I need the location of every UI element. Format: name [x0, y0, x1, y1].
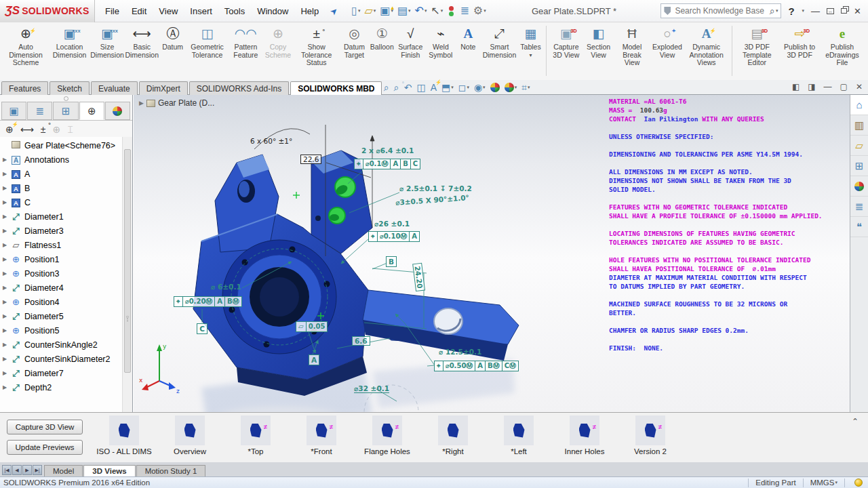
- breadcrumb[interactable]: ▶ Gear Plate (D...: [139, 98, 214, 108]
- basic-dimension-tool-button[interactable]: ⟷: [20, 123, 34, 136]
- tree-item-b[interactable]: ▶AB: [0, 181, 122, 195]
- view-thumbnail-iso-all-dims[interactable]: ISO - ALL DIMS: [90, 415, 158, 455]
- new-document-button[interactable]: ▯▾: [350, 4, 361, 18]
- options-gear-button[interactable]: ⚙▾: [472, 4, 488, 18]
- save-button[interactable]: ▣▲▾: [378, 4, 395, 18]
- tab-motion-study-1[interactable]: Motion Study 1: [136, 465, 206, 476]
- 3d-pdf-template-editor-button[interactable]: ▤3D3D PDF Template Editor: [734, 24, 780, 67]
- graphics-viewport[interactable]: x y z ▶ Gear Plate (D... MATERIAL =AL 60…: [134, 95, 850, 412]
- view-orientation-button[interactable]: ⬒▾: [441, 82, 454, 93]
- expander-icon[interactable]: ▶: [3, 285, 10, 291]
- tree-item-position4[interactable]: ▶⊕Position4: [0, 295, 122, 309]
- tree-item-position5[interactable]: ▶⊕Position5: [0, 323, 122, 338]
- dim-24-20[interactable]: 24.20: [412, 263, 425, 292]
- search-icon[interactable]: ⌕: [770, 5, 775, 17]
- tree-root[interactable]: Gear Plate<Scheme76>: [0, 138, 122, 152]
- tree-item-annotations[interactable]: ▶AAnnotations: [0, 152, 122, 167]
- expander-icon[interactable]: ▶: [3, 356, 10, 362]
- resize-button[interactable]: ↔: [827, 8, 834, 14]
- dim-22-6[interactable]: 22.6: [300, 155, 321, 164]
- expander-icon[interactable]: ▶: [3, 185, 10, 191]
- location-dimension-button[interactable]: ▣xxxLocation Dimension: [49, 24, 90, 59]
- surface-finish-button[interactable]: √Surface Finish: [395, 24, 426, 59]
- expander-icon[interactable]: ▶: [3, 327, 10, 333]
- dim-hole-6[interactable]: ⌀ 6±0.1: [211, 283, 241, 291]
- fcf-flatness[interactable]: ▱0.05: [296, 321, 328, 332]
- fcf-hole-pattern[interactable]: ⌖⌀0.1ⓂABC: [355, 159, 420, 169]
- select-button[interactable]: ↖▾: [429, 4, 444, 18]
- view-thumbnail--top[interactable]: ≠*Top: [222, 415, 290, 455]
- dim-6-6[interactable]: 6.6: [352, 336, 370, 346]
- options-gear-caret-icon[interactable]: ▾: [484, 8, 486, 14]
- view-thumbnail--front[interactable]: ≠*Front: [288, 415, 355, 455]
- tree-item-flatness1[interactable]: ▶▱Flatness1: [0, 238, 122, 252]
- file-explorer-tab[interactable]: ▱: [850, 136, 868, 156]
- open-document-button[interactable]: ▱▾: [363, 4, 377, 18]
- collapse-panel-icon[interactable]: ⌃: [852, 417, 859, 426]
- open-document-caret-icon[interactable]: ▾: [374, 8, 376, 14]
- zoom-to-fit-button[interactable]: ⌕: [384, 82, 389, 94]
- tab-evaluate[interactable]: Evaluate: [91, 81, 138, 95]
- menu-window[interactable]: Window: [251, 0, 294, 22]
- search-caret-icon[interactable]: ▾: [776, 8, 778, 14]
- home-tab[interactable]: ⌂: [850, 95, 868, 115]
- general-notes[interactable]: MATERIAL =AL 6061-T6MASS = 100.63gCONTAC…: [609, 97, 849, 352]
- auto-dimension-scheme-button[interactable]: ⊕⚡Auto Dimension Scheme: [3, 24, 49, 67]
- interference-check-button[interactable]: [446, 5, 457, 17]
- undo-button[interactable]: ↶▾: [414, 4, 429, 18]
- print-button[interactable]: ▤▾: [396, 4, 412, 18]
- undo-caret-icon[interactable]: ▾: [425, 8, 427, 14]
- publish-edrawings-file-button[interactable]: ePublish eDrawings File: [819, 24, 865, 67]
- menu-tools[interactable]: Tools: [218, 0, 251, 22]
- view-thumbnail-flange-holes[interactable]: ≠Flange Holes: [353, 415, 421, 455]
- expander-icon[interactable]: ▶: [3, 313, 10, 319]
- propertymanager-tab[interactable]: ≣: [27, 102, 52, 120]
- datum-c[interactable]: C: [197, 323, 208, 334]
- section-view-button[interactable]: ◫: [416, 82, 425, 93]
- tree-item-c[interactable]: ▶AC: [0, 195, 122, 209]
- show-tolerance-status-button[interactable]: ±ᵒShow Tolerance Status: [294, 24, 340, 67]
- dimxpertmanager-tab[interactable]: ⊕: [79, 102, 104, 120]
- menu-edit[interactable]: Edit: [125, 0, 153, 22]
- menu-help[interactable]: Help: [294, 0, 325, 22]
- select-caret-icon[interactable]: ▾: [441, 8, 443, 14]
- expander-icon[interactable]: ▶: [3, 157, 10, 163]
- dim-chamfer-angle[interactable]: 6 x 60° ±1°: [250, 137, 292, 145]
- design-library-tab[interactable]: ▥: [850, 115, 868, 136]
- expander-icon[interactable]: ▶: [3, 171, 10, 177]
- tab-3d-views[interactable]: 3D Views: [83, 465, 135, 476]
- tab-features[interactable]: Features: [1, 81, 48, 95]
- zoom-to-area-button[interactable]: ⌕▫: [394, 82, 399, 94]
- size-dimension-button[interactable]: ▣xxxSize Dimension: [90, 24, 124, 59]
- auto-dimension-scheme-tool-button[interactable]: ⊕⚡: [5, 123, 14, 136]
- dim-bore-26[interactable]: ⌀26 ±0.1: [374, 220, 410, 228]
- custom-properties-tab[interactable]: ≣: [850, 197, 868, 217]
- update-previews-button[interactable]: Update Previews: [7, 440, 83, 455]
- view-thumbnail-inner-holes[interactable]: ≠Inner Holes: [551, 415, 618, 455]
- copy-scheme-tool-button[interactable]: ⊕: [53, 123, 61, 136]
- appearances-tab[interactable]: [850, 176, 868, 197]
- restore-button[interactable]: [841, 8, 847, 14]
- tree-item-countersinkangle2[interactable]: ▶⤢CounterSinkAngle2: [0, 338, 122, 352]
- balloon-button[interactable]: ①Balloon: [369, 24, 395, 52]
- next-tab-scroll-button[interactable]: ▶: [22, 465, 32, 475]
- tab-solidworks-add-ins[interactable]: SOLIDWORKS Add-Ins: [189, 81, 289, 95]
- expander-icon[interactable]: ▶: [3, 228, 10, 234]
- pin-icon[interactable]: ➤: [328, 5, 340, 17]
- displaymanager-tab[interactable]: [105, 102, 130, 120]
- fcf-bore-26[interactable]: ⌖⌀0.10ⓂA: [369, 231, 420, 242]
- exploded-view-button[interactable]: ○✦Exploded View: [651, 24, 683, 59]
- dim-countersink[interactable]: ⌀3±0.5 X 90°±1.0°: [395, 193, 470, 207]
- datum-button[interactable]: ⒶDatum: [160, 24, 186, 52]
- fcf-slot-12-5[interactable]: ⌖⌀0.50ⓂABⓂCⓂ: [435, 361, 519, 371]
- tables-caret-icon[interactable]: ▾: [530, 52, 532, 60]
- capture-3d-view-button[interactable]: ▣3DCapture 3D View: [548, 24, 584, 59]
- view-thumbnail-overview[interactable]: Overview: [156, 415, 224, 455]
- hide-show-items-button[interactable]: ◉▾: [474, 82, 486, 93]
- expander-icon[interactable]: ▶: [3, 299, 10, 305]
- expander-icon[interactable]: ▶: [3, 342, 10, 348]
- datum-target-button[interactable]: ◎Datum Target: [340, 24, 370, 59]
- basic-dimension-button[interactable]: ⟷Basic Dimension: [124, 24, 160, 59]
- expander-icon[interactable]: ▶: [3, 214, 10, 220]
- view-thumbnail-version-2[interactable]: ≠Version 2: [616, 415, 684, 455]
